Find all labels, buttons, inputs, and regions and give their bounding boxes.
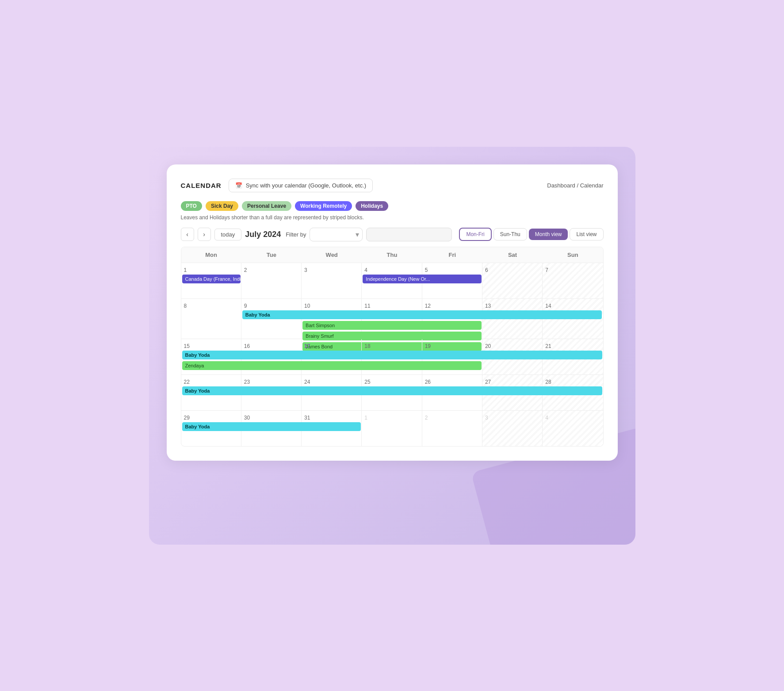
legend-row: PTO Sick Day Personal Leave Working Remo… (181, 201, 604, 211)
badge-working-remotely[interactable]: Working Remotely (295, 201, 352, 211)
breadcrumb: Dashboard / Calendar (547, 182, 603, 189)
day-aug-4[interactable]: 4 (543, 411, 603, 446)
badge-holidays[interactable]: Holidays (356, 201, 388, 211)
list-view-button[interactable]: List view (570, 228, 603, 241)
sun-thu-button[interactable]: Sun-Thu (493, 228, 527, 241)
view-toggle-group: Mon-Fri Sun-Thu Month view List view (459, 228, 603, 241)
next-month-button[interactable]: › (198, 228, 211, 241)
legend-note: Leaves and Holidays shorter than a full … (181, 214, 604, 221)
col-tue: Tue (241, 247, 302, 263)
calendar-grid: Mon Tue Wed Thu Fri Sat Sun 1 2 3 4 5 6 … (181, 247, 604, 447)
filter-select[interactable] (310, 228, 363, 241)
event-baby-yoda-w5[interactable]: Baby Yoda (182, 422, 361, 431)
event-baby-yoda-w3[interactable]: Baby Yoda (182, 351, 602, 359)
today-button[interactable]: today (214, 229, 242, 241)
day-aug-1[interactable]: 1 (362, 411, 422, 446)
col-sun: Sun (543, 247, 603, 263)
calendar-header-row: Mon Tue Wed Thu Fri Sat Sun (181, 247, 603, 263)
month-view-button[interactable]: Month view (529, 229, 568, 240)
badge-sick-day[interactable]: Sick Day (206, 201, 238, 211)
event-baby-yoda-w2[interactable]: Baby Yoda (242, 310, 602, 319)
page-title: CALENDAR (181, 182, 222, 189)
event-bart-simpson[interactable]: Bart Simpson (302, 321, 482, 330)
day-jul-7[interactable]: 7 (543, 263, 603, 298)
mon-fri-button[interactable]: Mon-Fri (459, 228, 491, 241)
event-canada-day[interactable]: Canada Day (France, India... (182, 275, 241, 283)
col-mon: Mon (181, 247, 241, 263)
month-title: July 2024 (245, 230, 281, 239)
col-thu: Thu (362, 247, 422, 263)
day-jul-3[interactable]: 3 (302, 263, 362, 298)
col-fri: Fri (422, 247, 482, 263)
col-sat: Sat (482, 247, 543, 263)
calendar-sync-icon: 📅 (235, 182, 242, 189)
week-5: 29 30 31 1 2 3 4 Baby Yoda (181, 411, 603, 446)
event-baby-yoda-w4[interactable]: Baby Yoda (182, 386, 602, 395)
day-jul-2[interactable]: 2 (241, 263, 302, 298)
prev-month-button[interactable]: ‹ (181, 228, 194, 241)
day-jul-6[interactable]: 6 (482, 263, 543, 298)
event-independence-day[interactable]: Independence Day (New Or... (363, 275, 482, 283)
col-wed: Wed (302, 247, 362, 263)
week-4: 22 23 24 25 26 27 28 Baby Yoda (181, 375, 603, 411)
week-1: 1 2 3 4 5 6 7 Canada Day (France, India.… (181, 263, 603, 299)
filter-label: Filter by (286, 231, 306, 238)
filter-search-input[interactable] (366, 228, 452, 241)
badge-personal-leave[interactable]: Personal Leave (242, 201, 291, 211)
sync-calendar-button[interactable]: 📅 Sync with your calendar (Google, Outlo… (229, 179, 373, 192)
badge-pto[interactable]: PTO (181, 201, 202, 211)
day-aug-3[interactable]: 3 (482, 411, 543, 446)
week-3: 15 16 17 18 19 20 21 Baby Yoda Zendaya (181, 339, 603, 375)
day-aug-2[interactable]: 2 (422, 411, 482, 446)
day-jul-8[interactable]: 8 (181, 299, 241, 339)
event-zendaya[interactable]: Zendaya (182, 361, 482, 370)
week-2: 8 9 10 11 12 13 14 Baby Yoda Bart Simpso… (181, 299, 603, 339)
filter-area: Filter by ▾ (286, 228, 452, 241)
